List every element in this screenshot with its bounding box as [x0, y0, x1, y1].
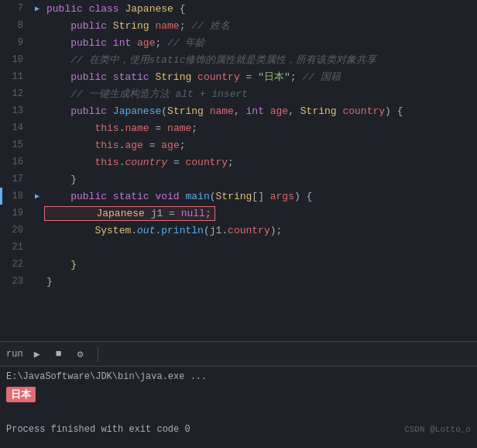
line-num-10: 10 [0, 54, 31, 65]
code-line-15: 15 this.age = age; [0, 136, 477, 153]
code-line-22: 22 } [0, 256, 477, 273]
code-line-13: 13 public Japanese(String name, int age,… [0, 102, 477, 119]
line-content-9: public int age; // 年龄 [43, 36, 477, 50]
line-content-16: this.country = country; [43, 157, 477, 168]
stop-icon: ■ [56, 348, 62, 360]
line-content-12: // 一键生成构造方法 alt + insert [43, 87, 477, 101]
code-line-17: 17 } [0, 171, 477, 188]
line-num-23: 23 [0, 276, 31, 287]
code-line-23: 23 } [0, 273, 477, 290]
line-content-11: public static String country = "日本"; // … [43, 70, 477, 84]
line-content-14: this.name = name; [43, 122, 477, 134]
console-cmd: E:\JavaSoftware\JDK\bin\java.exe ... [6, 370, 471, 384]
line-arrow-18[interactable]: ▶ [31, 191, 43, 201]
toolbar-divider [98, 346, 98, 362]
line-num-21: 21 [0, 242, 31, 253]
console-area: E:\JavaSoftware\JDK\bin\java.exe ... 日本 … [0, 366, 477, 441]
code-line-12: 12 // 一键生成构造方法 alt + insert [0, 85, 477, 102]
code-editor: 7 ▶ public class Japanese { 8 public Str… [0, 0, 477, 341]
line-num-15: 15 [0, 140, 31, 150]
line-content-20: System.out.println(j1.country); [43, 225, 477, 236]
code-line-10: 10 // 在类中，使用static修饰的属性就是类属性，所有该类对象共享 [0, 51, 477, 68]
code-line-16: 16 this.country = country; [0, 153, 477, 171]
code-lines: 7 ▶ public class Japanese { 8 public Str… [0, 0, 477, 290]
code-line-20: 20 System.out.println(j1.country); [0, 222, 477, 239]
run-label: run [6, 349, 23, 360]
line-content-15: this.age = age; [43, 140, 477, 151]
code-line-7: 7 ▶ public class Japanese { [0, 0, 477, 17]
line-num-22: 22 [0, 259, 31, 270]
line-num-7: 7 [0, 3, 31, 14]
line-num-13: 13 [0, 105, 31, 116]
code-line-18: 18 ▶ public static void main(String[] ar… [0, 188, 477, 205]
line-num-9: 9 [0, 37, 31, 48]
line-content-10: // 在类中，使用static修饰的属性就是类属性，所有该类对象共享 [43, 53, 477, 67]
process-msg: Process finished with exit code 0 [6, 424, 190, 435]
line-num-17: 17 [0, 174, 31, 184]
play-icon: ▶ [34, 348, 40, 360]
code-line-8: 8 public String name; // 姓名 [0, 17, 477, 34]
code-line-11: 11 public static String country = "日本"; … [0, 68, 477, 85]
console-blank [6, 405, 471, 421]
line-num-18: 18 [0, 191, 31, 202]
code-line-21: 21 [0, 239, 477, 256]
line-arrow-7[interactable]: ▶ [31, 4, 43, 13]
line-content-8: public String name; // 姓名 [43, 19, 477, 33]
line-content-7: public class Japanese { [43, 3, 477, 15]
line-num-20: 20 [0, 225, 31, 236]
line-content-18: public static void main(String[] args) { [43, 191, 477, 202]
line-content-13: public Japanese(String name, int age, St… [43, 105, 477, 117]
line-num-16: 16 [0, 157, 31, 167]
line-num-8: 8 [0, 20, 31, 31]
settings-button[interactable]: ⚙ [73, 346, 88, 362]
line-num-11: 11 [0, 71, 31, 82]
line-num-14: 14 [0, 122, 31, 133]
console-credit: CSDN @Lotto_o [404, 425, 471, 434]
line-num-19: 19 [0, 208, 31, 219]
line-content-19: Japanese j1 = null; [43, 206, 477, 221]
line-content-22: } [43, 259, 477, 271]
line-content-23: } [43, 276, 477, 288]
line-num-12: 12 [0, 88, 31, 99]
line-content-17: } [43, 174, 477, 185]
console-output: 日本 [6, 384, 471, 405]
output-text: 日本 [6, 387, 36, 402]
code-line-14: 14 this.name = name; [0, 119, 477, 136]
play-button[interactable]: ▶ [29, 346, 45, 362]
console-process: Process finished with exit code 0 CSDN @… [6, 421, 471, 438]
stop-button[interactable]: ■ [51, 346, 67, 362]
settings-icon: ⚙ [77, 348, 84, 360]
bottom-toolbar: run ▶ ■ ⚙ [0, 341, 477, 366]
code-line-19: 19 Japanese j1 = null; [0, 205, 477, 222]
code-line-9: 9 public int age; // 年龄 [0, 34, 477, 51]
